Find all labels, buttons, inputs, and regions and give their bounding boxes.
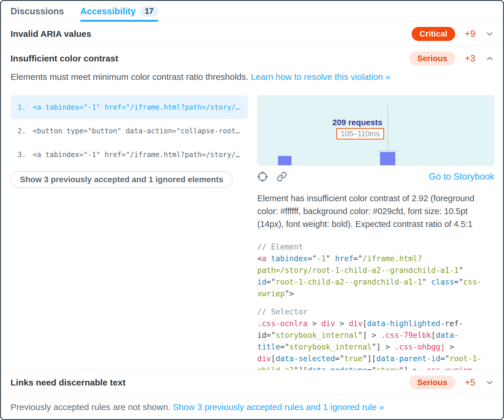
locate-element-icon[interactable] bbox=[257, 171, 268, 182]
element-code-block: // Element <a tabindex="-1" href="/ifram… bbox=[257, 241, 494, 299]
go-to-storybook-link[interactable]: Go to Storybook bbox=[429, 171, 494, 182]
code-comment: // Selector bbox=[257, 306, 494, 318]
tab-discussions[interactable]: Discussions bbox=[11, 1, 64, 22]
element-item-code: <button type="button" data-action="colla… bbox=[33, 127, 240, 135]
severity-badge-critical: Critical bbox=[412, 27, 455, 41]
element-item-number: 3. bbox=[18, 151, 33, 159]
story-preview-snapshot: 209 requests 105–110ms bbox=[257, 95, 494, 166]
element-item-3[interactable]: 3. <a tabindex="-1" href="/iframe.html?p… bbox=[11, 143, 248, 166]
accessibility-count-badge: 17 bbox=[140, 6, 158, 17]
rule-title: Insufficient color contrast bbox=[11, 54, 409, 63]
extra-count: +9 bbox=[459, 29, 481, 39]
violating-elements-list: 1. <a tabindex="-1" href="/iframe.html?p… bbox=[11, 95, 248, 370]
chevron-down-icon[interactable] bbox=[485, 29, 494, 39]
accessibility-panel: Discussions Accessibility 17 Invalid ARI… bbox=[0, 0, 504, 420]
chart-tooltip: 209 requests 105–110ms bbox=[332, 118, 384, 140]
chart-bar bbox=[278, 156, 291, 165]
rule-title: Invalid ARIA values bbox=[11, 29, 412, 39]
element-code: <a tabindex="-1" href="/iframe.html?path… bbox=[257, 254, 481, 298]
violation-message: Element has insufficient color contrast … bbox=[257, 192, 494, 230]
tab-accessibility[interactable]: Accessibility 17 bbox=[80, 1, 158, 22]
show-accepted-elements-button[interactable]: Show 3 previously accepted and 1 ignored… bbox=[11, 171, 233, 188]
tab-bar: Discussions Accessibility 17 bbox=[1, 1, 503, 22]
highlighted-violation-element: 105–110ms bbox=[336, 128, 384, 140]
rule-title: Links need discernable text bbox=[11, 378, 409, 388]
extra-count: +3 bbox=[459, 53, 481, 64]
footer: Previously accepted rules are not shown.… bbox=[1, 395, 503, 419]
tab-discussions-label: Discussions bbox=[11, 6, 64, 17]
element-detail-column: 209 requests 105–110ms bbox=[257, 95, 494, 370]
footer-text: Previously accepted rules are not shown. bbox=[11, 402, 170, 412]
rule-description-text: Elements must meet minimum color contras… bbox=[11, 72, 251, 82]
element-item-2[interactable]: 2. <button type="button" data-action="co… bbox=[11, 119, 248, 143]
selector-code-block: // Selector .css-ocnlra > div > div[data… bbox=[257, 306, 494, 370]
contrast-columns: 1. <a tabindex="-1" href="/iframe.html?p… bbox=[11, 95, 494, 370]
copy-link-icon[interactable] bbox=[277, 171, 287, 182]
tooltip-title: 209 requests bbox=[332, 118, 384, 127]
resolve-violation-link[interactable]: Learn how to resolve this violation » bbox=[251, 72, 390, 82]
tab-accessibility-label: Accessibility bbox=[80, 6, 136, 17]
extra-count: +5 bbox=[459, 377, 481, 388]
element-item-number: 1. bbox=[18, 103, 33, 111]
rule-invalid-aria-values[interactable]: Invalid ARIA values Critical +9 bbox=[1, 22, 503, 46]
tooltip-pointer-line bbox=[387, 105, 388, 150]
severity-badge-serious: Serious bbox=[409, 51, 455, 66]
rule-insufficient-color-contrast-header[interactable]: Insufficient color contrast Serious +3 bbox=[11, 51, 494, 66]
bar-cap bbox=[378, 150, 398, 152]
chart-bar bbox=[380, 152, 395, 165]
rule-description: Elements must meet minimum color contras… bbox=[11, 72, 494, 82]
element-item-code: <a tabindex="-1" href="/iframe.html?path… bbox=[33, 151, 240, 159]
selector-code: .css-ocnlra > div > div[data-highlighted… bbox=[257, 319, 481, 370]
element-item-1[interactable]: 1. <a tabindex="-1" href="/iframe.html?p… bbox=[11, 95, 248, 119]
preview-actions: Go to Storybook bbox=[257, 171, 494, 182]
element-item-code: <a tabindex="-1" href="/iframe.html?path… bbox=[33, 103, 240, 111]
chevron-down-icon[interactable] bbox=[485, 378, 494, 387]
rule-insufficient-color-contrast-section: Insufficient color contrast Serious +3 E… bbox=[1, 46, 503, 370]
element-item-number: 2. bbox=[18, 127, 33, 135]
show-accepted-rules-link[interactable]: Show 3 previously accepted rules and 1 i… bbox=[173, 402, 384, 412]
rule-links-discernable-text[interactable]: Links need discernable text Serious +5 bbox=[1, 370, 503, 395]
chevron-up-icon[interactable] bbox=[485, 54, 494, 63]
code-comment: // Element bbox=[257, 241, 494, 253]
severity-badge-serious: Serious bbox=[409, 376, 455, 390]
